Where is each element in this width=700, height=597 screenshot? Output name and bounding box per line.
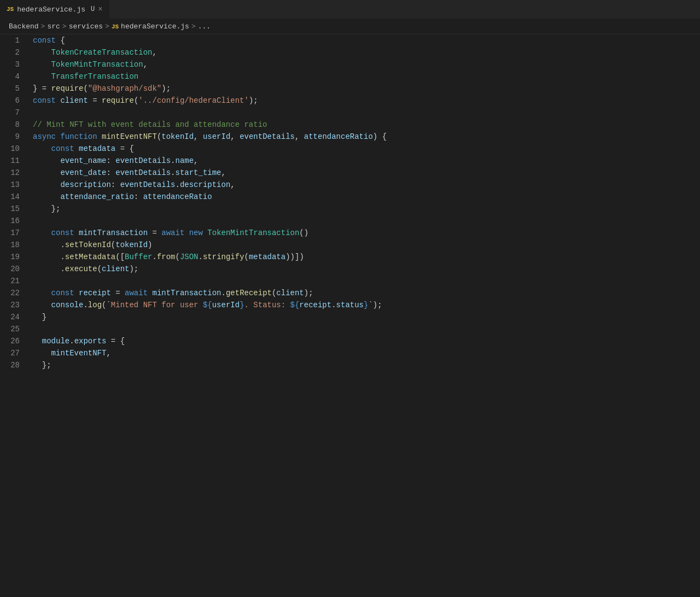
line-number: 10 <box>0 143 28 155</box>
tab-modified-indicator: U <box>91 5 95 13</box>
breadcrumb-services[interactable]: services <box>69 22 103 31</box>
code-line-13: 13 description: eventDetails.description… <box>0 179 700 191</box>
js-file-icon: JS <box>7 6 14 13</box>
line-number: 25 <box>0 323 28 335</box>
line-number: 12 <box>0 167 28 179</box>
line-content[interactable]: // Mint NFT with event details and atten… <box>28 119 700 131</box>
line-content[interactable]: console.log(`Minted NFT for user ${userI… <box>28 299 700 311</box>
line-content[interactable]: }; <box>28 359 700 371</box>
line-number: 28 <box>0 359 28 371</box>
line-content[interactable]: } <box>28 311 700 323</box>
code-line-4: 4 TransferTransaction <box>0 71 700 83</box>
breadcrumb-js-icon: JS <box>112 24 119 30</box>
line-content[interactable]: .setTokenId(tokenId) <box>28 239 700 251</box>
breadcrumb-sep-1: > <box>41 22 45 31</box>
line-content[interactable]: TransferTransaction <box>28 71 700 83</box>
code-line-3: 3 TokenMintTransaction, <box>0 58 700 71</box>
line-content[interactable]: description: eventDetails.description, <box>28 179 700 191</box>
line-number: 17 <box>0 227 28 239</box>
code-line-18: 18 .setTokenId(tokenId) <box>0 239 700 251</box>
line-number: 8 <box>0 119 28 131</box>
code-line-14: 14 attendance_ratio: attendanceRatio <box>0 191 700 203</box>
breadcrumb: Backend > src > services > JS hederaServ… <box>0 19 700 34</box>
line-number: 18 <box>0 239 28 251</box>
line-number: 14 <box>0 191 28 203</box>
line-number: 7 <box>0 107 28 119</box>
code-line-8: 8// Mint NFT with event details and atte… <box>0 119 700 131</box>
line-number: 4 <box>0 71 28 83</box>
tab-close-button[interactable]: × <box>98 5 102 14</box>
breadcrumb-sep-4: > <box>191 22 196 31</box>
line-content[interactable]: const { <box>28 34 700 46</box>
line-number: 19 <box>0 251 28 263</box>
line-number: 1 <box>0 34 28 46</box>
code-line-25: 25 <box>0 323 700 335</box>
code-line-17: 17 const mintTransaction = await new Tok… <box>0 227 700 239</box>
breadcrumb-filename[interactable]: hederaService.js <box>121 22 189 31</box>
line-number: 2 <box>0 46 28 58</box>
line-content[interactable]: event_name: eventDetails.name, <box>28 155 700 167</box>
code-line-16: 16 <box>0 215 700 227</box>
line-number: 22 <box>0 287 28 299</box>
code-line-27: 27 mintEventNFT, <box>0 347 700 359</box>
line-number: 27 <box>0 347 28 359</box>
line-content[interactable]: TokenMintTransaction, <box>28 58 700 71</box>
code-line-2: 2 TokenCreateTransaction, <box>0 46 700 58</box>
code-line-9: 9async function mintEventNFT(tokenId, us… <box>0 131 700 143</box>
code-line-7: 7 <box>0 107 700 119</box>
line-content[interactable]: }; <box>28 203 700 215</box>
line-content[interactable]: .setMetadata([Buffer.from(JSON.stringify… <box>28 251 700 263</box>
code-line-12: 12 event_date: eventDetails.start_time, <box>0 167 700 179</box>
line-number: 20 <box>0 263 28 275</box>
line-number: 23 <box>0 299 28 311</box>
line-content[interactable]: const metadata = { <box>28 143 700 155</box>
line-number: 3 <box>0 58 28 71</box>
line-number: 13 <box>0 179 28 191</box>
line-content[interactable]: .execute(client); <box>28 263 700 275</box>
code-line-19: 19 .setMetadata([Buffer.from(JSON.string… <box>0 251 700 263</box>
breadcrumb-sep-3: > <box>105 22 109 31</box>
line-content[interactable]: const receipt = await mintTransaction.ge… <box>28 287 700 299</box>
code-line-26: 26 module.exports = { <box>0 335 700 347</box>
line-number: 5 <box>0 83 28 95</box>
tab-hedera-service[interactable]: JS hederaService.js U × <box>0 0 110 19</box>
line-number: 16 <box>0 215 28 227</box>
line-number: 6 <box>0 95 28 107</box>
line-content[interactable]: module.exports = { <box>28 335 700 347</box>
code-line-21: 21 <box>0 275 700 287</box>
line-content[interactable]: TokenCreateTransaction, <box>28 46 700 58</box>
line-number: 9 <box>0 131 28 143</box>
code-line-10: 10 const metadata = { <box>0 143 700 155</box>
line-number: 21 <box>0 275 28 287</box>
code-line-23: 23 console.log(`Minted NFT for user ${us… <box>0 299 700 311</box>
breadcrumb-backend[interactable]: Backend <box>9 22 39 31</box>
breadcrumb-ellipsis: ... <box>198 22 211 31</box>
line-number: 15 <box>0 203 28 215</box>
line-content[interactable]: const mintTransaction = await new TokenM… <box>28 227 700 239</box>
code-line-28: 28 }; <box>0 359 700 371</box>
tab-filename: hederaService.js <box>17 5 85 14</box>
breadcrumb-sep-2: > <box>62 22 67 31</box>
tab-bar: JS hederaService.js U × <box>0 0 700 19</box>
line-content[interactable]: const client = require('../config/hedera… <box>28 95 700 107</box>
code-line-11: 11 event_name: eventDetails.name, <box>0 155 700 167</box>
line-number: 26 <box>0 335 28 347</box>
line-content[interactable]: async function mintEventNFT(tokenId, use… <box>28 131 700 143</box>
code-editor: 1const {2 TokenCreateTransaction,3 Token… <box>0 34 700 371</box>
line-content[interactable]: mintEventNFT, <box>28 347 700 359</box>
line-content[interactable]: attendance_ratio: attendanceRatio <box>28 191 700 203</box>
code-line-5: 5} = require("@hashgraph/sdk"); <box>0 83 700 95</box>
code-line-15: 15 }; <box>0 203 700 215</box>
code-line-6: 6const client = require('../config/heder… <box>0 95 700 107</box>
line-number: 24 <box>0 311 28 323</box>
line-number: 11 <box>0 155 28 167</box>
code-line-20: 20 .execute(client); <box>0 263 700 275</box>
code-line-22: 22 const receipt = await mintTransaction… <box>0 287 700 299</box>
line-content[interactable]: } = require("@hashgraph/sdk"); <box>28 83 700 95</box>
breadcrumb-src[interactable]: src <box>47 22 60 31</box>
code-line-1: 1const { <box>0 34 700 46</box>
line-content[interactable]: event_date: eventDetails.start_time, <box>28 167 700 179</box>
code-line-24: 24 } <box>0 311 700 323</box>
